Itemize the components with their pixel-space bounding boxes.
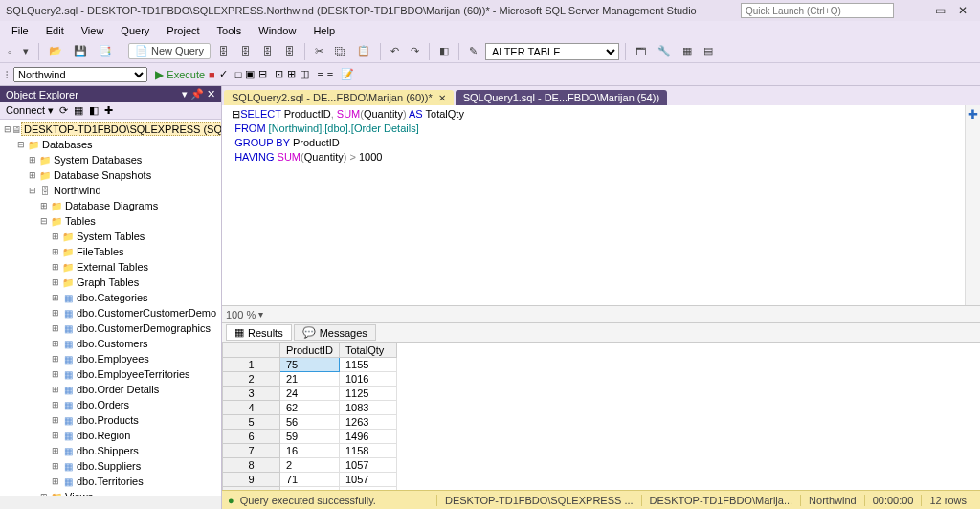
table-row[interactable]: 7161158	[223, 444, 397, 458]
tree-t7[interactable]: dbo.Order Details	[75, 384, 159, 395]
comment-icon[interactable]: 📝	[341, 68, 354, 80]
new-query-button[interactable]: 📄 New Query	[128, 43, 211, 59]
menu-file[interactable]: File	[4, 23, 36, 38]
menu-help[interactable]: Help	[305, 23, 343, 38]
nav-fwd-icon[interactable]: ▾	[19, 44, 33, 58]
db3-icon[interactable]: 🗄	[258, 45, 277, 58]
filter-icon[interactable]: ▦	[74, 104, 83, 117]
tree-t1[interactable]: dbo.Categories	[75, 292, 148, 303]
zoom-level[interactable]: 100 %	[226, 309, 256, 321]
db2-icon[interactable]: 🗄	[236, 45, 255, 58]
indent-icon[interactable]: ≡	[317, 69, 323, 80]
col-productid[interactable]: ProductID	[280, 343, 340, 358]
sql-editor[interactable]: ⊟SELECT ProductID, SUM(Quantity) AS Tota…	[222, 105, 980, 306]
parse-icon[interactable]: ✓	[219, 68, 228, 80]
messages-tab[interactable]: 💬Messages	[294, 324, 376, 341]
maximize-icon[interactable]: ▭	[928, 4, 951, 17]
col-totalqty[interactable]: TotalQty	[339, 343, 396, 358]
tree-t10[interactable]: dbo.Region	[75, 430, 130, 441]
wand-icon[interactable]: ✎	[465, 44, 481, 58]
stop-small-icon[interactable]: ◧	[435, 44, 453, 58]
tree-databases[interactable]: Databases	[40, 139, 93, 150]
tree-t13[interactable]: dbo.Territories	[75, 476, 144, 487]
tree-t2[interactable]: dbo.CustomerCustomerDemo	[75, 307, 216, 319]
tree-gt[interactable]: Graph Tables	[75, 277, 139, 288]
misc1-icon[interactable]: ⊡	[275, 68, 283, 80]
paste-icon[interactable]: 📋	[353, 44, 374, 58]
db4-icon[interactable]: 🗄	[280, 45, 299, 58]
misc3-icon[interactable]: ◫	[300, 68, 309, 80]
copy-icon[interactable]: ⿻	[331, 45, 349, 58]
plan-icon[interactable]: □	[235, 69, 242, 80]
tree-t6[interactable]: dbo.EmployeeTerritories	[75, 368, 190, 380]
results-tab[interactable]: ▦Results	[226, 324, 292, 341]
save-all-icon[interactable]: 📑	[95, 44, 116, 58]
table-row[interactable]: 821057	[223, 458, 397, 473]
tree-t3[interactable]: dbo.CustomerDemographics	[75, 322, 211, 334]
outdent-icon[interactable]: ≡	[327, 69, 333, 80]
menu-view[interactable]: View	[74, 23, 112, 38]
execute-button[interactable]: ▶ Execute	[155, 68, 205, 81]
menu-tools[interactable]: Tools	[210, 23, 250, 38]
cut-icon[interactable]: ✂	[311, 44, 327, 58]
tree-snap[interactable]: Database Snapshots	[52, 169, 151, 181]
nav-back-icon[interactable]: ◦	[4, 45, 15, 58]
close-icon[interactable]: ✕	[951, 4, 974, 17]
tree-northwind[interactable]: Northwind	[52, 185, 101, 196]
quick-launch-input[interactable]	[741, 3, 894, 18]
stop-oe-icon[interactable]: ◧	[89, 104, 99, 117]
stop-icon[interactable]: ■	[209, 69, 215, 80]
save-icon[interactable]: 💾	[70, 44, 91, 58]
props-icon[interactable]: 🗔	[632, 45, 650, 58]
plus-oe-icon[interactable]: ✚	[104, 104, 113, 117]
results-grid[interactable]: ProductIDTotalQty 1751155221101632411254…	[222, 343, 980, 490]
table-row[interactable]: 6591496	[223, 430, 397, 444]
tree-st[interactable]: System Tables	[75, 231, 145, 242]
table-row[interactable]: 2211016	[223, 372, 397, 387]
table-row[interactable]: 9711057	[223, 473, 397, 487]
connect-button[interactable]: Connect ▾	[6, 104, 54, 117]
tree-t4[interactable]: dbo.Customers	[75, 338, 148, 349]
menu-edit[interactable]: Edit	[38, 23, 72, 38]
oe-scrollbar[interactable]	[0, 496, 221, 509]
redo-icon[interactable]: ↷	[407, 44, 423, 58]
db-icon[interactable]: 🗄	[214, 45, 233, 58]
table-row[interactable]: 3241125	[223, 387, 397, 401]
tree-ft[interactable]: FileTables	[75, 246, 124, 257]
plan2-icon[interactable]: ▣	[245, 68, 255, 80]
tab-query2[interactable]: SQLQuery2.sql - DE...FBDO\Marijan (60))*…	[224, 90, 454, 105]
open-folder-icon[interactable]: 📂	[45, 44, 66, 58]
tree-et[interactable]: External Tables	[75, 261, 148, 273]
menu-query[interactable]: Query	[113, 23, 157, 38]
text-icon[interactable]: ▤	[700, 44, 717, 58]
database-combo[interactable]: Northwind	[13, 67, 147, 82]
table-row[interactable]: 4621083	[223, 401, 397, 415]
menu-project[interactable]: Project	[159, 23, 207, 38]
drop-icon[interactable]: ⸽	[4, 69, 10, 80]
refresh-icon[interactable]: ⟳	[59, 104, 68, 117]
misc2-icon[interactable]: ⊞	[287, 68, 296, 80]
tree-t5[interactable]: dbo.Employees	[75, 353, 149, 365]
menu-window[interactable]: Window	[251, 23, 303, 38]
wrench-icon[interactable]: 🔧	[654, 44, 675, 58]
tree-tables[interactable]: Tables	[63, 215, 96, 227]
close-tab-icon[interactable]: ✕	[438, 93, 446, 103]
editor-scrollbar[interactable]	[965, 105, 980, 305]
table-row[interactable]: 1751155	[223, 358, 397, 372]
tree-dd[interactable]: Database Diagrams	[63, 200, 158, 211]
tree-server[interactable]: DESKTOP-TD1FBDO\SQLEXPRESS (SQL Server 1…	[21, 122, 221, 136]
plan3-icon[interactable]: ⊟	[258, 68, 267, 80]
undo-icon[interactable]: ↶	[387, 44, 403, 58]
table-row[interactable]: 5561263	[223, 415, 397, 430]
editor-plus-icon[interactable]: ✚	[968, 107, 978, 122]
tree-t11[interactable]: dbo.Shippers	[75, 445, 139, 456]
object-explorer-tree[interactable]: ⊟🖥DESKTOP-TD1FBDO\SQLEXPRESS (SQL Server…	[0, 120, 221, 496]
tab-query1[interactable]: SQLQuery1.sql - DE...FBDO\Marijan (54))	[456, 90, 667, 105]
minimize-icon[interactable]: ―	[905, 4, 928, 17]
tree-t12[interactable]: dbo.Suppliers	[75, 460, 141, 472]
pin-icon[interactable]: ▾ 📌 ✕	[182, 88, 215, 100]
tree-sysdb[interactable]: System Databases	[52, 154, 142, 166]
grid-icon[interactable]: ▦	[679, 44, 696, 58]
action-combo[interactable]: ALTER TABLE	[485, 43, 619, 60]
tree-t8[interactable]: dbo.Orders	[75, 399, 129, 410]
